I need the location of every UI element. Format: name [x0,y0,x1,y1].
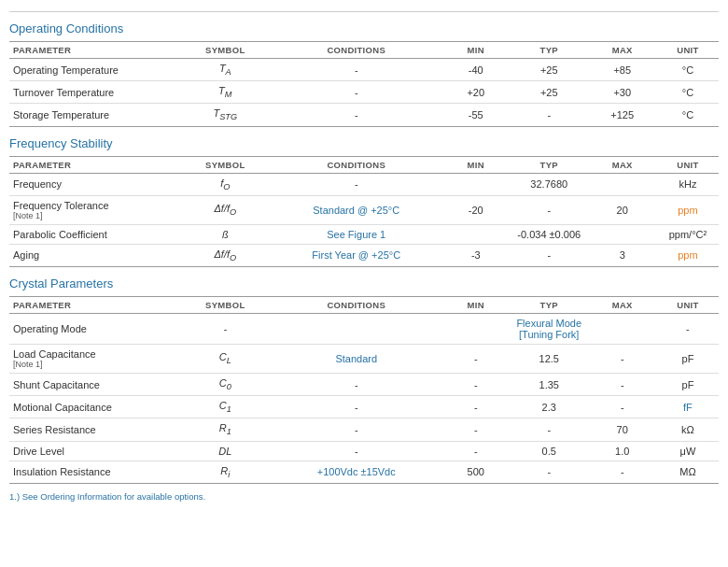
col-header-min: MIN [441,296,511,313]
cell-unit: μW [657,441,719,461]
cell-max: +125 [588,104,657,126]
col-header-max: MAX [588,156,657,173]
table-row: Storage TemperatureTSTG--55-+125°C [9,104,719,126]
cell-conditions: First Year @ +25°C [272,244,441,266]
cell-unit: ppm [657,195,719,224]
cell-conditions [272,313,441,344]
cell-min: +20 [441,81,511,104]
cell-conditions: +100Vdc ±15Vdc [272,461,441,483]
cell-typ: 0.5 [511,441,588,461]
cell-typ: -0.034 ±0.006 [511,224,588,244]
cell-unit: pF [657,373,719,395]
cell-typ: 32.7680 [511,173,588,195]
col-header-typ: TYP [511,296,588,313]
cell-symbol: fO [179,173,272,195]
table-row: Frequency Tolerance[Note 1]Δf/fOStandard… [9,195,719,224]
cell-min [441,173,511,195]
col-header-symbol: SYMBOL [179,296,272,313]
cell-max: 1.0 [588,441,657,461]
cell-param: Parabolic Coefficient [9,224,179,244]
cell-unit: °C [657,81,719,104]
cell-max: - [588,373,657,395]
cell-typ: 12.5 [511,344,588,373]
cell-conditions: - [272,441,441,461]
section-title-crystal-parameters: Crystal Parameters [9,276,719,291]
cell-param: Turnover Temperature [9,81,179,104]
cell-param: Storage Temperature [9,104,179,126]
cell-typ: - [511,461,588,483]
cell-param: Frequency [9,173,179,195]
cell-typ: 1.35 [511,373,588,395]
cell-max: +85 [588,59,657,81]
cell-max: - [588,344,657,373]
cell-conditions: Standard [272,344,441,373]
cell-symbol: ß [179,224,272,244]
cell-symbol: Δf/fO [179,244,272,266]
cell-symbol: TA [179,59,272,81]
cell-param: Insulation Resistance [9,461,179,483]
cell-max: - [588,396,657,418]
section-title-operating-conditions: Operating Conditions [9,21,719,35]
cell-symbol: TM [179,81,272,104]
table-operating-conditions: PARAMETERSYMBOLCONDITIONSMINTYPMAXUNITOp… [9,41,719,127]
col-header-unit: UNIT [657,296,719,313]
cell-unit: ppm/°C² [657,224,719,244]
cell-conditions: - [272,104,441,126]
cell-max: 70 [588,418,657,441]
cell-unit: fF [657,396,719,418]
cell-max: 3 [588,244,657,266]
cell-param: Shunt Capacitance [9,373,179,395]
cell-param: Frequency Tolerance[Note 1] [9,195,179,224]
section-frequency-stability: Frequency StabilityPARAMETERSYMBOLCONDIT… [9,136,719,267]
cell-min: - [441,396,511,418]
cell-typ: - [511,244,588,266]
cell-max [588,173,657,195]
cell-conditions: - [272,59,441,81]
col-header-unit: UNIT [657,156,719,173]
cell-unit: °C [657,104,719,126]
cell-min: -55 [441,104,511,126]
table-row: Insulation ResistanceRi+100Vdc ±15Vdc500… [9,461,719,483]
cell-typ: Flexural Mode [Tuning Fork] [511,313,588,344]
col-header-max: MAX [588,42,657,59]
table-row: FrequencyfO-32.7680kHz [9,173,719,195]
cell-unit: kHz [657,173,719,195]
cell-min: -20 [441,195,511,224]
col-header-min: MIN [441,156,511,173]
cell-max: - [588,461,657,483]
col-header-parameter: PARAMETER [9,156,179,173]
col-header-conditions: CONDITIONS [272,296,441,313]
table-row: Operating TemperatureTA--40+25+85°C [9,59,719,81]
cell-symbol: TSTG [179,104,272,126]
cell-conditions: See Figure 1 [272,224,441,244]
cell-unit: - [657,313,719,344]
cell-symbol: - [179,313,272,344]
cell-min: 500 [441,461,511,483]
cell-min: - [441,373,511,395]
col-header-typ: TYP [511,156,588,173]
cell-min: - [441,344,511,373]
cell-symbol: C1 [179,396,272,418]
section-operating-conditions: Operating ConditionsPARAMETERSYMBOLCONDI… [9,21,719,127]
cell-symbol: CL [179,344,272,373]
col-header-conditions: CONDITIONS [272,42,441,59]
cell-min: - [441,441,511,461]
cell-param: Series Resistance [9,418,179,441]
cell-conditions: - [272,418,441,441]
cell-max: +30 [588,81,657,104]
col-header-max: MAX [588,296,657,313]
col-header-conditions: CONDITIONS [272,156,441,173]
cell-typ: - [511,195,588,224]
table-row: Motional CapacitanceC1--2.3-fF [9,396,719,418]
cell-typ: +25 [511,81,588,104]
col-header-parameter: PARAMETER [9,296,179,313]
cell-symbol: Ri [179,461,272,483]
cell-max [588,224,657,244]
cell-typ: 2.3 [511,396,588,418]
table-row: Shunt CapacitanceC0--1.35-pF [9,373,719,395]
cell-conditions: - [272,173,441,195]
col-header-parameter: PARAMETER [9,42,179,59]
cell-max: 20 [588,195,657,224]
cell-unit: ppm [657,244,719,266]
cell-conditions: - [272,396,441,418]
